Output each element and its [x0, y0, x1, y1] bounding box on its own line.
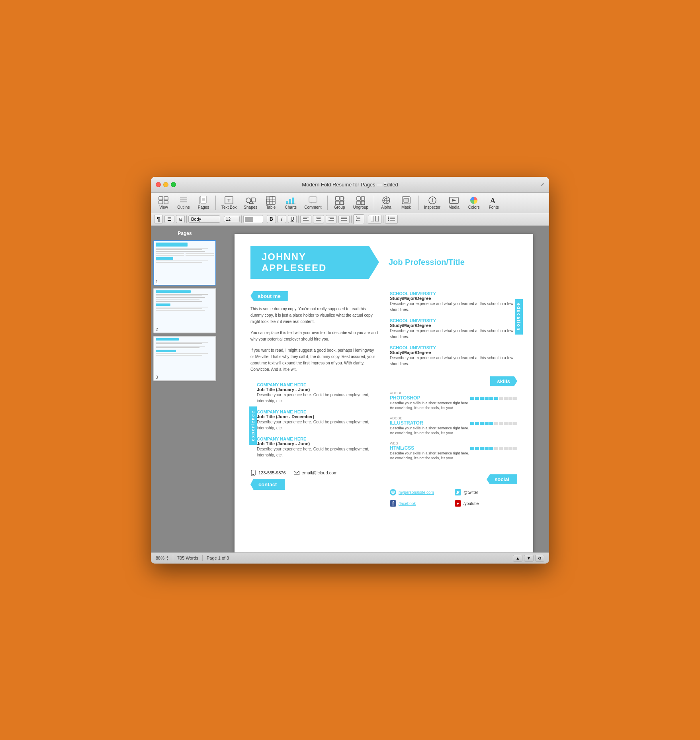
alpha-label: Alpha: [381, 205, 391, 209]
ungroup-label: Ungroup: [353, 205, 368, 209]
title-bar: Modern Fold Resume for Pages — Edited ⤢: [151, 177, 549, 193]
maximize-button[interactable]: [171, 182, 176, 187]
skill-htmlcss: WEB HTML/CSS Describe your skills in a s…: [390, 441, 517, 466]
toolbar-mask[interactable]: Mask: [397, 194, 416, 211]
toolbar-colors[interactable]: Colors: [464, 194, 483, 211]
zoom-arrows[interactable]: ▲ ▼: [166, 555, 169, 561]
svg-point-73: [388, 216, 389, 217]
group-icon: [334, 196, 345, 205]
toolbar-alpha[interactable]: Alpha: [377, 194, 396, 211]
svg-rect-27: [309, 197, 317, 202]
text-style-button[interactable]: a: [176, 215, 185, 223]
paragraph-button[interactable]: ¶: [154, 215, 163, 223]
page-num-2: 2: [156, 327, 158, 332]
status-divider-2: [202, 555, 203, 561]
svg-rect-3: [164, 201, 168, 204]
zoom-control[interactable]: 88% ▲ ▼: [156, 555, 169, 561]
toolbar-outline[interactable]: Outline: [174, 194, 193, 211]
education-entry-1: SCHOOL UNIVERSITY Study/Major/Degree Des…: [390, 291, 517, 313]
toolbar-view[interactable]: View: [154, 194, 173, 211]
italic-button[interactable]: I: [278, 215, 286, 223]
font-size-select[interactable]: 12: [224, 216, 240, 222]
mask-icon: [401, 196, 412, 205]
twitter-link[interactable]: @twitter: [463, 490, 478, 495]
line-spacing-button[interactable]: [353, 214, 364, 224]
align-left-button[interactable]: [300, 215, 311, 223]
svg-text:A: A: [490, 197, 495, 205]
word-count: 705 Words: [177, 556, 198, 560]
traffic-lights[interactable]: [156, 182, 176, 187]
social-facebook: /facebook: [390, 500, 452, 507]
settings-button[interactable]: ⚙: [535, 555, 544, 562]
ungroup-icon: [355, 196, 366, 205]
colors-label: Colors: [468, 205, 480, 209]
resume-header: JOHNNY APPLESEED Job Profession/Title: [250, 246, 517, 279]
toolbar-fonts[interactable]: A Fonts: [484, 194, 503, 211]
status-divider-1: [173, 555, 173, 561]
name-banner: JOHNNY APPLESEED: [250, 246, 379, 279]
minimize-button[interactable]: [163, 182, 168, 187]
toolbar-inspector[interactable]: i Inspector: [421, 194, 444, 211]
inspector-label: Inspector: [424, 205, 440, 209]
list-button[interactable]: ☰: [164, 215, 174, 223]
svg-rect-1: [164, 197, 168, 200]
toolbar-media[interactable]: Media: [444, 194, 463, 211]
resume-body: about me This is some dummy copy. You're…: [250, 291, 517, 509]
facebook-link[interactable]: /facebook: [399, 501, 416, 506]
expand-icon[interactable]: ⤢: [541, 182, 544, 187]
textbox-label: Text Box: [221, 205, 237, 209]
toolbar-divider-1: [215, 196, 216, 210]
colors-icon: [468, 196, 479, 205]
page-thumb-2[interactable]: 2: [153, 288, 216, 333]
toolbar-shapes[interactable]: Shapes: [241, 194, 260, 211]
svg-rect-0: [159, 197, 163, 200]
font-color-select[interactable]: [243, 215, 263, 223]
toolbar-comment[interactable]: Comment: [301, 194, 325, 211]
youtube-link[interactable]: /youtube: [463, 501, 479, 506]
svg-rect-23: [286, 201, 288, 204]
list-style-button[interactable]: [385, 215, 398, 224]
font-family-select[interactable]: Body: [188, 215, 220, 223]
columns-button[interactable]: [368, 215, 381, 224]
close-button[interactable]: [156, 182, 161, 187]
toolbar-textbox[interactable]: T Text Box: [218, 194, 240, 211]
svg-text:T: T: [227, 198, 231, 204]
education-section: education SCHOOL UNIVERSITY Study/Major/…: [390, 291, 517, 367]
underline-button[interactable]: U: [288, 215, 297, 223]
inspector-icon: i: [427, 196, 438, 205]
toolbar-group[interactable]: Group: [330, 194, 349, 211]
svg-rect-69: [375, 216, 379, 221]
toolbar-pages[interactable]: Pages: [194, 194, 213, 211]
youtube-icon: [455, 500, 461, 507]
svg-point-74: [388, 218, 389, 219]
page-thumb-1[interactable]: 1: [153, 240, 216, 286]
page-num-1: 1: [156, 280, 158, 284]
contact-tag: contact: [250, 479, 285, 490]
bold-button[interactable]: B: [267, 215, 276, 223]
align-center-button[interactable]: [313, 215, 324, 223]
zoom-value: 88%: [156, 556, 164, 560]
website-link[interactable]: mypersonalsite.com: [399, 490, 434, 495]
format-divider-5: [298, 215, 299, 223]
toolbar-charts[interactable]: Charts: [281, 194, 300, 211]
skill-photoshop: ADOBE PHOTOSHOP Describe your skills in …: [390, 391, 517, 416]
contact-info: 123-555-9876 email@icloud.com: [250, 470, 378, 476]
scroll-down-button[interactable]: ▼: [524, 555, 534, 562]
word-count-value: 705 Words: [177, 556, 198, 560]
page-value: Page 1 of 3: [207, 556, 229, 560]
pages-icon: [198, 196, 209, 205]
page-thumb-3[interactable]: 3: [153, 336, 216, 381]
contact-email: email@icloud.com: [294, 470, 338, 476]
toolbar-table[interactable]: Table: [261, 194, 280, 211]
toolbar-ungroup[interactable]: Ungroup: [350, 194, 372, 211]
document-canvas[interactable]: JOHNNY APPLESEED Job Profession/Title ab…: [219, 226, 549, 552]
toolbar-divider-2: [327, 196, 328, 210]
view-icon: [158, 196, 169, 205]
align-justify-button[interactable]: [338, 215, 350, 223]
alpha-icon: [381, 196, 392, 205]
scroll-up-button[interactable]: ▲: [513, 555, 522, 562]
svg-rect-30: [340, 197, 344, 200]
pages-panel-title: Pages: [153, 229, 216, 238]
format-divider-2: [222, 215, 222, 223]
align-right-button[interactable]: [326, 215, 337, 223]
